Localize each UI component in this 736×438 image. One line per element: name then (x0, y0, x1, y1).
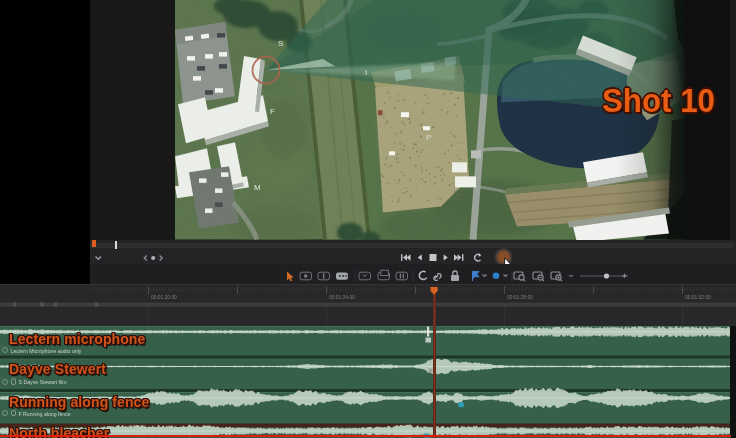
svg-text:00:01:20:00: 00:01:20:00 (151, 295, 177, 300)
svg-text:00:01:24:00: 00:01:24:00 (329, 295, 355, 300)
svg-text:I: I (365, 68, 367, 77)
svg-text:M: M (254, 183, 261, 192)
svg-text:00:01:32:00: 00:01:32:00 (685, 295, 711, 300)
svg-text:00:01:28:00: 00:01:28:00 (507, 295, 533, 300)
svg-text:P: P (426, 133, 431, 142)
svg-text:S: S (278, 39, 283, 48)
svg-text:F: F (270, 107, 275, 116)
